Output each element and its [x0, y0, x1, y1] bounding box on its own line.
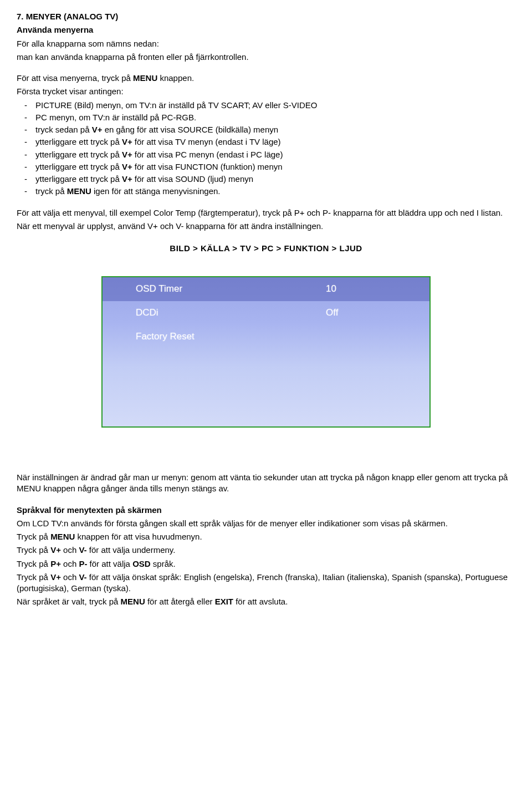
list-item: PICTURE (Bild) menyn, om TV:n är inställ… — [17, 100, 515, 111]
body-text: man kan använda knapparna på fronten ell… — [17, 52, 515, 63]
text-run: ytterliggare ett tryck på — [35, 162, 122, 171]
text-run: ytterliggare ett tryck på — [35, 174, 122, 184]
osd-label: DCDi — [136, 307, 285, 319]
text-run: för att återgå eller — [145, 597, 215, 606]
text-bold: V+ — [50, 572, 61, 582]
text-run: för att visa PC menyn (endast i PC läge) — [132, 150, 283, 159]
text-run: tryck sedan på — [35, 125, 92, 134]
list-item: ytterliggare ett tryck på V+ för att vis… — [17, 136, 515, 148]
text-run: knappen. — [157, 73, 194, 83]
list-item: ytterliggare ett tryck på V+ för att vis… — [17, 161, 515, 172]
osd-row: DCDi Off — [103, 301, 429, 325]
list-item: tryck sedan på V+ en gång för att visa S… — [17, 124, 515, 135]
text-bold: P+ — [50, 559, 61, 568]
list-item: tryck på MENU igen för att stänga menyvi… — [17, 186, 515, 197]
body-text: För alla knapparna som nämns nedan: — [17, 38, 515, 49]
body-text: Tryck på MENU knappen för att visa huvud… — [17, 531, 515, 542]
osd-value — [326, 331, 407, 343]
text-run: ytterliggare ett tryck på — [35, 137, 122, 146]
body-text: När inställningen är ändrad går man ur m… — [17, 472, 515, 495]
text-run: och — [61, 559, 79, 568]
body-text: När språket är valt, tryck på MENU för a… — [17, 596, 515, 607]
menu-nav-line: BILD > KÄLLA > TV > PC > FUNKTION > LJUD — [17, 243, 515, 254]
text-run: igen för att stänga menyvisningen. — [91, 186, 221, 196]
text-run: för att visa TV menyn (endast i TV läge) — [132, 137, 281, 146]
text-run: När språket är valt, tryck på — [17, 597, 121, 606]
text-bold: V+ — [50, 545, 61, 555]
text-bold: V+ — [122, 150, 132, 159]
body-text: När ett menyval är upplyst, använd V+ oc… — [17, 221, 515, 232]
text-run: för att visa FUNCTION (funktion) menyn — [132, 162, 283, 171]
text-bold: EXIT — [215, 597, 233, 606]
osd-value: Off — [326, 307, 407, 319]
osd-label: Factory Reset — [136, 331, 285, 343]
text-run: Tryck på — [17, 572, 50, 582]
dash-list: PICTURE (Bild) menyn, om TV:n är inställ… — [17, 100, 515, 197]
text-run: för att avsluta. — [233, 597, 288, 606]
list-item: ytterliggare ett tryck på V+ för att vis… — [17, 149, 515, 160]
text-bold: V- — [79, 545, 86, 555]
text-bold: MENU — [50, 532, 75, 541]
text-run: PICTURE (Bild) menyn, om TV:n är inställ… — [35, 100, 318, 110]
osd-spacer — [103, 349, 429, 426]
text-run: Tryck på — [17, 532, 50, 541]
text-bold: MENU — [121, 597, 145, 606]
sub-heading-1: Använda menyerna — [17, 24, 515, 35]
body-text: Första trycket visar antingen: — [17, 86, 515, 97]
sub-heading-2: Språkval för menytexten på skärmen — [17, 505, 515, 516]
text-run: för att välja — [87, 559, 132, 568]
text-bold: V+ — [122, 137, 132, 146]
text-run: PC menyn, om TV:n är inställd på PC-RGB. — [35, 113, 196, 122]
osd-row: OSD Timer 10 — [103, 277, 429, 301]
text-bold: MENU — [133, 73, 157, 83]
text-run: ytterliggare ett tryck på — [35, 150, 122, 159]
list-item: PC menyn, om TV:n är inställd på PC-RGB. — [17, 112, 515, 123]
text-run: och — [61, 545, 79, 555]
text-run: tryck på — [35, 186, 67, 196]
text-run: för att välja undermeny. — [87, 545, 176, 555]
text-bold: MENU — [67, 186, 91, 196]
text-bold: V+ — [122, 162, 132, 171]
osd-row: Factory Reset — [103, 325, 429, 349]
text-bold: OSD — [132, 559, 151, 568]
section-heading: 7. MENYER (ANALOG TV) — [17, 11, 515, 22]
text-bold: V+ — [122, 174, 132, 184]
text-bold: V+ — [92, 125, 103, 134]
text-run: Tryck på — [17, 545, 50, 555]
text-run: och — [61, 572, 79, 582]
body-text: Tryck på V+ och V- för att välja önskat … — [17, 572, 515, 594]
text-run: för att visa SOUND (ljud) menyn — [132, 174, 253, 184]
text-bold: V- — [79, 572, 86, 582]
body-text: För att välja ett menyval, till exempel … — [17, 207, 515, 218]
text-run: för att välja önskat språk: English (eng… — [17, 572, 508, 593]
text-run: språk. — [151, 559, 176, 568]
osd-value: 10 — [326, 283, 407, 296]
osd-menu-screenshot: OSD Timer 10 DCDi Off Factory Reset — [101, 276, 431, 428]
body-text: Tryck på P+ och P- för att välja OSD spr… — [17, 558, 515, 570]
text-run: För att visa menyerna, tryck på — [17, 73, 133, 83]
text-run: knappen för att visa huvudmenyn. — [75, 532, 202, 541]
body-text: Om LCD TV:n används för första gången sk… — [17, 518, 515, 529]
text-run: en gång för att visa SOURCE (bildkälla) … — [102, 125, 278, 134]
list-item: ytterliggare ett tryck på V+ för att vis… — [17, 174, 515, 185]
osd-label: OSD Timer — [136, 283, 285, 296]
text-bold: P- — [79, 559, 87, 568]
body-text: Tryck på V+ och V- för att välja underme… — [17, 545, 515, 556]
body-text: För att visa menyerna, tryck på MENU kna… — [17, 73, 515, 84]
text-run: Tryck på — [17, 559, 50, 568]
